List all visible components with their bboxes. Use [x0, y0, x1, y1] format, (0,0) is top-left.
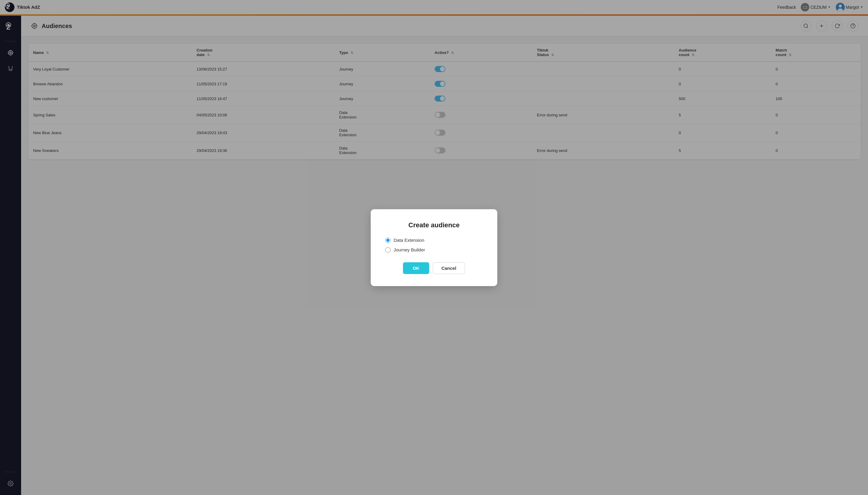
radio-data-extension-label: Data Extension: [394, 238, 424, 243]
modal-title: Create audience: [385, 221, 483, 229]
create-audience-modal: Create audience Data Extension Journey B…: [371, 209, 497, 286]
radio-data-extension[interactable]: Data Extension: [385, 238, 483, 243]
modal-radio-group: Data Extension Journey Builder: [385, 238, 483, 253]
ok-button[interactable]: OK: [403, 262, 429, 274]
radio-journey-builder-label: Journey Builder: [394, 247, 425, 252]
radio-journey-builder[interactable]: Journey Builder: [385, 247, 483, 253]
cancel-button[interactable]: Cancel: [433, 262, 465, 274]
modal-overlay[interactable]: Create audience Data Extension Journey B…: [0, 0, 868, 495]
radio-data-extension-input[interactable]: [385, 238, 390, 243]
modal-actions: OK Cancel: [385, 262, 483, 274]
radio-journey-builder-input[interactable]: [385, 247, 390, 253]
